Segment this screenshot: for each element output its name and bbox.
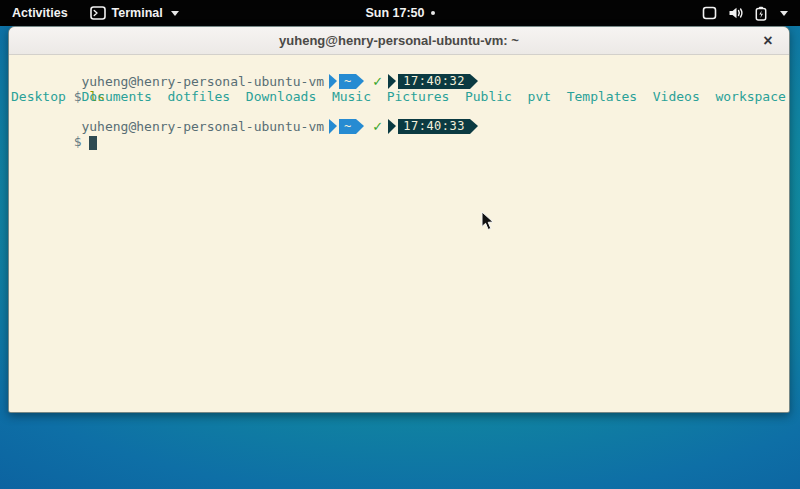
app-menu-terminal[interactable]: Terminal xyxy=(80,0,189,26)
powerline-arrow-icon xyxy=(329,119,337,134)
prompt-line-1: yuheng@henry-personal-ubuntu-vm~✓17:40:3… xyxy=(11,59,787,74)
prompt-time: 17:40:33 xyxy=(398,119,470,134)
app-menu-label: Terminal xyxy=(112,6,163,20)
powerline-arrow-icon xyxy=(470,119,478,134)
terminal-content[interactable]: yuheng@henry-personal-ubuntu-vm~✓17:40:3… xyxy=(9,55,789,413)
screen-icon xyxy=(702,6,717,20)
text-cursor xyxy=(89,136,97,150)
prompt-dollar: $ xyxy=(74,134,82,149)
powerline-cwd-segment: ~ xyxy=(329,119,364,134)
chevron-down-icon xyxy=(171,11,179,16)
powerline-cwd-segment: ~ xyxy=(329,74,364,89)
desktop-wallpaper: Activities Terminal Sun 17:50 xyxy=(0,0,800,489)
prompt-cwd: ~ xyxy=(339,119,356,134)
volume-icon xyxy=(728,6,744,20)
prompt-line-2: yuheng@henry-personal-ubuntu-vm~✓17:40:3… xyxy=(11,104,787,119)
clock-label: Sun 17:50 xyxy=(365,6,424,20)
window-titlebar[interactable]: yuheng@henry-personal-ubuntu-vm: ~ × xyxy=(9,27,789,55)
window-title: yuheng@henry-personal-ubuntu-vm: ~ xyxy=(9,33,789,48)
notification-dot xyxy=(431,11,435,15)
powerline-time-segment: 17:40:32 xyxy=(388,74,478,89)
powerline-arrow-icon xyxy=(329,74,337,89)
activities-button[interactable]: Activities xyxy=(0,0,80,26)
terminal-window: yuheng@henry-personal-ubuntu-vm: ~ × yuh… xyxy=(8,26,790,413)
top-bar: Activities Terminal Sun 17:50 xyxy=(0,0,800,26)
prompt-cwd: ~ xyxy=(339,74,356,89)
powerline-arrow-icon xyxy=(388,74,396,89)
powerline-arrow-icon xyxy=(356,74,364,89)
prompt-user-host: yuheng@henry-personal-ubuntu-vm xyxy=(74,119,324,134)
status-check-icon: ✓ xyxy=(372,119,383,134)
status-check-icon: ✓ xyxy=(372,74,383,89)
powerline-arrow-icon xyxy=(388,119,396,134)
close-button[interactable]: × xyxy=(755,27,781,55)
prompt-user-host: yuheng@henry-personal-ubuntu-vm xyxy=(74,74,324,89)
mouse-cursor-icon xyxy=(481,211,494,235)
battery-charging-icon xyxy=(755,6,767,21)
powerline-arrow-icon xyxy=(356,119,364,134)
chevron-down-icon xyxy=(780,11,788,16)
powerline-arrow-icon xyxy=(470,74,478,89)
prompt-time: 17:40:32 xyxy=(398,74,470,89)
system-status-area[interactable] xyxy=(690,0,800,26)
ls-output: Desktop Documents dotfiles Downloads Mus… xyxy=(11,89,787,104)
powerline-time-segment: 17:40:33 xyxy=(388,119,478,134)
terminal-icon xyxy=(90,6,106,20)
